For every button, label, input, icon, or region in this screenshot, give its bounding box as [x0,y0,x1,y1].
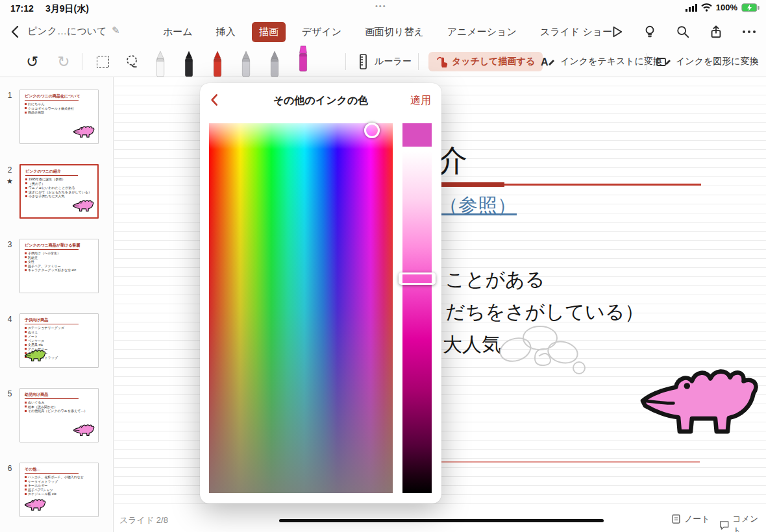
divider [418,53,419,70]
notes-label: ノート [684,513,710,525]
star-icon: ★ [0,177,19,186]
divider [530,53,530,70]
crocodile-doodle-icon [73,423,96,441]
title-underline-thin [504,184,701,186]
brightness-slider-handle[interactable] [399,272,436,285]
lasso-select-tool[interactable] [121,47,144,77]
ribbon-tabs: ホーム挿入描画デザイン画面切り替えアニメーションスライド ショー [156,17,619,47]
slide-thumbnail-5[interactable]: 幼児向け商品ぬいぐるみ絵本（読み聞かせ）その他玩具（ピンクのワニを添えて…） [19,388,99,442]
select-objects-tool[interactable] [91,47,114,77]
title-underline-thick [440,182,504,187]
reference-link[interactable]: （参照） [439,193,517,219]
date: 3月9日(水) [45,3,89,15]
crocodile-doodle-icon [24,348,47,366]
pen-gray-icon[interactable] [266,49,283,78]
divider [345,53,346,70]
ruler-toggle[interactable]: ルーラー [356,47,412,77]
draw-with-touch-toggle[interactable]: タッチして描画する [428,52,543,71]
thumb-title: ピンクのワニの商品化について [25,93,93,99]
crocodile-doodle-icon [73,125,96,142]
thumb-line: スケジュール帳 etc [25,492,93,496]
undo-button[interactable]: ↺ [22,47,43,77]
back-button[interactable] [8,24,23,40]
ink-to-text-icon: A [540,54,556,69]
thumb-line: キャラクターグッズ好きな方 etc [25,268,93,272]
pencil-gray-icon[interactable] [238,49,254,78]
comments-button[interactable]: コメント [719,513,766,532]
thumb-line: 小さな子供たちに大人気 [25,194,93,199]
more-options-button[interactable] [741,24,757,40]
slide-number: 4 [0,313,19,368]
slide-number: 1 [0,90,19,144]
slide-thumbnail-4[interactable]: 子供向け商品ステーショナリーグッズぬりえノートペンケース文房具 etcアクセサリ… [19,313,99,368]
slide-number: 2★ [0,164,19,219]
ideas-lightbulb-button[interactable] [642,24,658,40]
clock: 17:12 [10,3,34,14]
slide-thumbnail-2[interactable]: ピンクのワニの紹介1995年春に誕生（参照）（男の子）ワニノコにいわれたことがあ… [19,164,99,219]
pen-tray [152,49,312,78]
slide-counter: スライド 2/8 [119,514,168,526]
thumb-line: その他玩具（ピンクのワニを添えて…） [25,409,93,413]
crocodile-doodle-icon [72,199,95,216]
apply-button[interactable]: 適用 [410,94,431,108]
highlighter-pink-icon[interactable] [295,44,312,73]
present-play-button[interactable] [609,24,624,40]
ribbon-tab-1[interactable]: 挿入 [209,22,243,42]
ruler-icon [356,53,370,70]
slide-number: 5 [0,388,19,442]
thumb-title: ピンクのワニの紹介 [25,169,93,175]
comment-icon [719,520,729,530]
ribbon-tab-6[interactable]: スライド ショー [533,22,619,42]
svg-text:A: A [541,56,549,67]
thumb-title: ピンクのワニ商品が受ける客層 [25,243,93,248]
battery-percent: 100% [716,3,737,12]
search-button[interactable] [675,24,691,40]
brightness-slider[interactable] [402,151,432,493]
slide-thumbnail-3[interactable]: ピンクのワニ商品が受ける客層子供向け（〜小学生）乳幼児女性親子ペア、ファミリーキ… [19,239,99,293]
horizontal-scrollbar[interactable] [279,519,604,522]
pen-black-icon[interactable] [180,49,197,78]
battery-icon [741,3,760,12]
pen-white-icon[interactable] [152,49,169,78]
ribbon-tab-4[interactable]: 画面切り替え [358,22,431,42]
ribbon-tab-3[interactable]: デザイン [295,22,349,42]
body-text-fragment: ことがある [445,267,545,293]
crocodile-doodle-icon [24,498,47,515]
slide-number: 6 [0,463,19,517]
ink-to-text-button[interactable]: A インクをテキストに変換 [540,47,662,77]
autosave-badge-icon: ✎ [112,25,120,36]
divider [647,53,647,70]
slide-thumbnail-1[interactable]: ピンクのワニの商品化についてわにちゃんクロコダイルワールド株式会社商品企画部 [19,90,99,144]
pen-red-icon[interactable] [209,49,226,78]
thumb-title: 幼児向け商品 [25,392,93,398]
notes-icon [671,514,681,524]
comments-label: コメント [732,513,766,532]
spectrum-cursor[interactable] [364,123,380,138]
popover-title: その他のインクの色 [200,94,441,108]
thumb-title: 子供向け商品 [25,317,93,323]
share-button[interactable] [708,24,724,40]
divider [82,53,82,70]
redo-button[interactable]: ↻ [53,47,74,77]
slide-title-fragment: 介 [438,141,467,181]
slide-number: 3 [0,239,19,293]
ink-to-shape-button[interactable]: インクを図形に変換 [656,47,759,77]
notes-button[interactable]: ノート [671,513,710,525]
ink-color-picker-popover: その他のインクの色 適用 [200,83,441,503]
document-title[interactable]: ピンク…について [27,25,106,38]
ribbon-tab-0[interactable]: ホーム [156,22,200,42]
slide-thumbnail-panel: 1ピンクのワニの商品化についてわにちゃんクロコダイルワールド株式会社商品企画部2… [0,77,114,532]
ink-to-shape-icon [656,54,671,69]
wifi-icon [701,3,712,12]
slide-thumbnail-6[interactable]: その他…ハンカチ、化粧ポーチ、小物入れなどケータイストラップキーホルダー親子ペア… [19,463,99,517]
color-spectrum-picker[interactable] [209,123,393,493]
multitask-dots[interactable]: ••• [375,2,387,10]
ribbon-tab-2[interactable]: 描画 [252,22,286,42]
current-color-swatch [402,123,432,147]
cellular-icon [686,4,697,12]
ruler-label: ルーラー [375,56,412,67]
touch-draw-icon [436,55,448,68]
status-bar: 17:12 3月9日(水) ••• 100% [0,0,766,17]
drawing-toolbar: ↺ ↻ ルーラー タッチして描画する A インクをテキストに変換 インクを図形に… [0,47,766,77]
ribbon-tab-5[interactable]: アニメーション [440,22,524,42]
